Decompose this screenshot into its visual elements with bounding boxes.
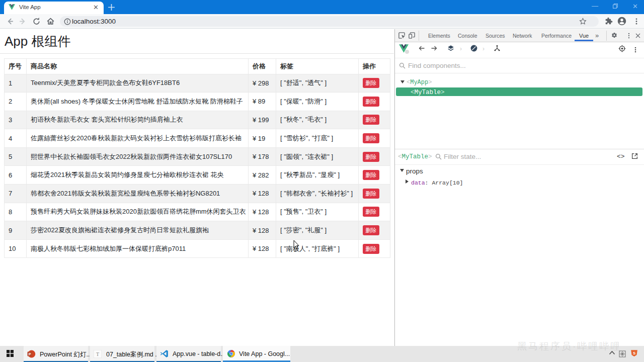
svg-text:T: T [96, 351, 99, 357]
svg-text:P: P [29, 352, 31, 356]
svg-text:S: S [633, 351, 635, 355]
